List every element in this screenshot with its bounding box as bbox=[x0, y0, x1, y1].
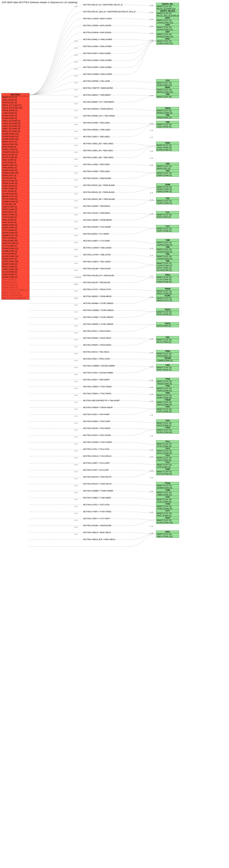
target-table: TVSTMANDT [CLNT (3)]VSTEL [CHAR (4)] bbox=[156, 496, 179, 503]
target-table-header: TVLS bbox=[156, 461, 179, 464]
target-field: MANDT [CLNT (3)] bbox=[156, 242, 179, 244]
relation-label: MCVTRLK-BZIRK = T171-BZIRK bbox=[83, 233, 109, 235]
root-field: KUNAG [CHAR (10)] bbox=[2, 172, 29, 174]
root-field: LPRIO [CHAR (2)] bbox=[2, 278, 29, 281]
target-table-header: TVAK bbox=[156, 392, 179, 394]
relation-label: MCVTRLK-VSBED = TVSB-VSBED bbox=[83, 497, 111, 499]
target-field: VKORG [CHAR (4)] bbox=[156, 431, 179, 433]
target-field: MANDT [CLNT (3)] bbox=[156, 457, 179, 459]
root-field: LIFSK [CHAR (2)] bbox=[2, 161, 29, 164]
target-field: MANDT [CLNT (3)] bbox=[156, 165, 179, 167]
target-field: INCO1 [CHAR (3)] bbox=[156, 341, 179, 343]
target-table: TVTYMANDT [CLNT (3)]TRATY [CHAR (4)] bbox=[156, 510, 179, 517]
cardinality-left: 0..N bbox=[75, 137, 77, 139]
cardinality-right: 0..N bbox=[150, 213, 153, 215]
root-field: SPRAS_VST [LANG (1)] bbox=[2, 104, 29, 106]
cardinality-left: 0..N bbox=[75, 82, 77, 84]
target-table: T000MANDT [CLNT (3)] bbox=[156, 93, 179, 98]
relation-label: MCVTRLK-REGIO_SP = T005S-BLAND bbox=[83, 191, 114, 193]
cardinality-right: 0..N bbox=[150, 192, 153, 194]
root-field: REGIO_SP [CHAR (3)] bbox=[2, 130, 29, 133]
target-field: SPRAS [LANG (1)] bbox=[156, 117, 179, 119]
root-field: GEWEH [UNIT (3)] bbox=[2, 258, 29, 260]
root-field: STCUR [DEC (9)] bbox=[2, 203, 29, 206]
cardinality-right: 0..N bbox=[150, 4, 153, 6]
relation-label: MCVTRLK-LSTEL = TVLA-LSTEL bbox=[83, 448, 109, 450]
target-table-header: T691M bbox=[156, 288, 179, 290]
target-field: MANDT [CLNT (3)] bbox=[156, 19, 179, 22]
cardinality-left: 0..N bbox=[75, 110, 77, 112]
relation-label: MCVTRLK-AKWAE = TCURC-WAERS bbox=[83, 302, 113, 304]
root-field: _BEV1_RPORDTYP [CHAR (4)] bbox=[2, 289, 29, 291]
root-field: ZOLLM [CHAR (4)] bbox=[2, 271, 29, 273]
relation-label: MCVTRLK-HIERAL = T005-LAND1 bbox=[83, 129, 110, 131]
root-field: LPRIO [NUMC (2)] bbox=[2, 166, 29, 169]
target-field: KALSM [CHAR (6)] bbox=[156, 269, 179, 271]
target-field: MANDT [CLNT (3)] bbox=[156, 82, 179, 84]
cardinality-right: 0..N bbox=[150, 199, 153, 201]
cardinality-right: 0..N bbox=[150, 491, 153, 492]
relation-label: MCVTRLK-KALSM_CH = T683-KALSM bbox=[83, 275, 114, 277]
cardinality-right: 0..N bbox=[150, 386, 153, 388]
target-table: TVLKMANDT [CLNT (3)]LFART [CHAR (4)] bbox=[156, 454, 179, 461]
target-field: MANDT [CLNT (3)] bbox=[156, 450, 179, 452]
relation-label: MCVTRLK-FKAIV = TVFK-FKART bbox=[83, 413, 110, 415]
target-field: MANDT [CLNT (3)] bbox=[156, 387, 179, 390]
root-field: WAERK [CUKY (5)] bbox=[2, 195, 29, 198]
target-table: T005SMANDT [CLNT (3)]LAND1 [CHAR (3)]BLA… bbox=[156, 142, 179, 151]
target-table-header: TVFK bbox=[156, 406, 179, 408]
target-field: KDGRP [CHAR (2)] bbox=[156, 202, 179, 204]
root-field: TRELOC_ID [CHAR (10)] bbox=[2, 294, 29, 297]
target-field: MANDT [CLNT (3)] bbox=[156, 401, 179, 403]
root-field: HIERAL [CHAR (3)] bbox=[2, 109, 29, 112]
cardinality-left: 0..N bbox=[75, 353, 77, 354]
root-field: LAND1_AG [CHAR (3)] bbox=[2, 120, 29, 122]
cardinality-right: 0..N bbox=[150, 470, 153, 471]
cardinality-left: 0..N bbox=[75, 499, 77, 500]
root-field: ALAND [CHAR (3)] bbox=[2, 115, 29, 117]
target-field: BZIRK [CHAR (6)] bbox=[156, 216, 179, 218]
cardinality-left: [0,1] bbox=[75, 297, 78, 299]
target-table: VALWMANDT [CLNT (3)]AULWE [CHAR (10)] bbox=[156, 517, 179, 524]
target-table-header: KNA1 bbox=[156, 38, 179, 40]
cardinality-left: 0..N bbox=[75, 505, 77, 507]
relation-label: MCVTRLK-KUNWE = KNA1-KUNNR bbox=[83, 73, 112, 75]
relation-label: MCVTRLK-EXNUM = EIKP-EXNUM bbox=[83, 32, 111, 33]
target-field: MANDT [CLNT (3)] bbox=[156, 443, 179, 445]
relation-label: MCVTRLK-MANDT_TR = T000-MANDT bbox=[83, 101, 114, 103]
cardinality-right: 0..N bbox=[150, 400, 153, 402]
root-field: LSTEL [CHAR (2)] bbox=[2, 190, 29, 192]
cardinality-left: 0..N bbox=[75, 172, 77, 174]
relation-label: MCVTRLK-ROUTA = TVRO-ROUTE bbox=[83, 476, 111, 478]
root-field: GRULG [CHAR (4)] bbox=[2, 180, 29, 182]
target-table: TPRIOMANDT [CLNT (3)]LPRIO [NUMC (2)] bbox=[156, 350, 179, 357]
cardinality-left: 0..N bbox=[75, 471, 77, 472]
target-table-header: TVLA bbox=[156, 440, 179, 443]
target-table: TVROMANDT [CLNT (3)]ROUTE [CHAR (6)] bbox=[156, 468, 179, 475]
target-table-header: TVSB bbox=[156, 489, 179, 492]
target-table: AUFKMANDT [CLNT (3)]AUFNR [CHAR (12)] bbox=[156, 24, 179, 31]
cardinality-left: 0..N bbox=[75, 124, 77, 125]
target-table-header: TSPA bbox=[156, 364, 179, 367]
target-field: MANDT [CLNT (3)] bbox=[156, 89, 179, 91]
target-field: MANDT [CLNT (3)] bbox=[156, 123, 179, 126]
cardinality-left: 0..N bbox=[75, 415, 77, 417]
target-table: T171MANDT [CLNT (3)]BZIRK [CHAR (6)] bbox=[156, 211, 179, 218]
relation-label: MCVTRLK-WAERK = TCURC-WAERS bbox=[83, 323, 113, 325]
target-field: PROFL [CHAR (3)] bbox=[156, 313, 179, 315]
target-table-header: LFA1 bbox=[156, 79, 179, 82]
relation-label: MCVTRLK-/BEV1/RPORDTYP = TVAK-AUART bbox=[83, 400, 120, 402]
target-field: MANDT [CLNT (3)] bbox=[156, 110, 179, 112]
relation-label: MCVTRLK-PROLI = TDGC5-PROLI bbox=[83, 330, 111, 332]
target-table-header: VALW bbox=[156, 517, 179, 519]
target-table: T683MANDT [CLNT (3)]KVEWE [CHAR (1)]KAPP… bbox=[156, 260, 179, 272]
cardinality-left: 0..N bbox=[75, 457, 77, 459]
cardinality-right: 0..N bbox=[150, 150, 153, 152]
target-field: SPART [CHAR (2)] bbox=[156, 369, 179, 371]
cardinality-left: 0..N bbox=[75, 450, 77, 452]
cardinality-left: 0..N bbox=[75, 519, 77, 521]
cardinality-left: 0..N bbox=[75, 158, 77, 160]
target-table: MARAMANDT [CLNT (3)]MATNR [CHAR (18)] bbox=[156, 86, 179, 93]
target-table-header: TCURC bbox=[156, 294, 179, 297]
root-field: CTLPC [CHAR (3)] bbox=[2, 229, 29, 231]
